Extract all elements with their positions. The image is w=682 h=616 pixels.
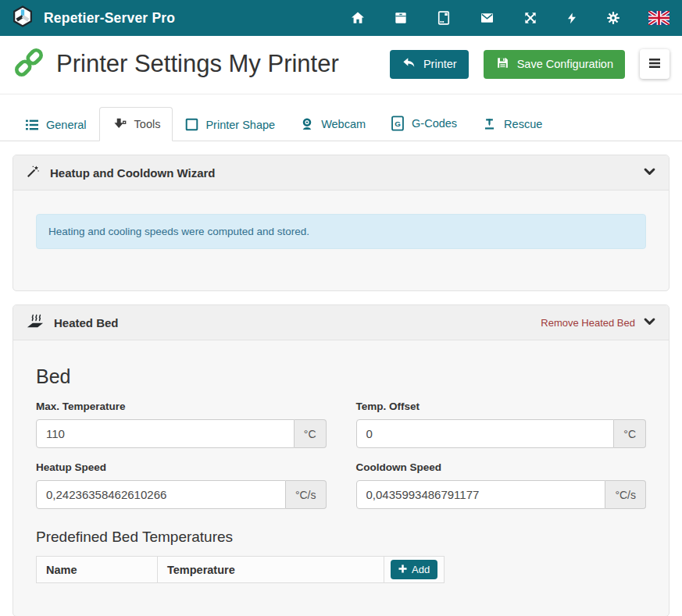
tab-tools[interactable]: Tools (99, 107, 173, 141)
bed-section-heading: Bed (36, 365, 646, 388)
temp-offset-unit: °C (614, 419, 646, 448)
table-header-row: Name Temperature Add (36, 556, 445, 583)
back-arrow-icon (402, 55, 416, 73)
temp-offset-input[interactable] (356, 419, 615, 448)
settings-tabs: General Tools Printer Shape (0, 94, 682, 141)
tab-general-label: General (46, 119, 87, 131)
save-configuration-button[interactable]: Save Configuration (484, 50, 625, 79)
archive-box-icon[interactable] (393, 10, 409, 26)
save-button-label: Save Configuration (517, 58, 613, 70)
tab-webcam-label: Webcam (321, 118, 366, 130)
max-temperature-unit: °C (295, 419, 327, 448)
tab-rescue[interactable]: Rescue (470, 107, 555, 141)
extruder-icon (112, 117, 127, 131)
gcode-file-icon: G (391, 116, 405, 131)
bed-form: Max. Temperature °C Temp. Offset °C Heat… (36, 401, 646, 509)
floppy-disk-icon (495, 55, 510, 73)
wizard-panel-header[interactable]: Heatup and Cooldown Wizard (13, 155, 669, 190)
temp-offset-field: Temp. Offset °C (356, 401, 647, 448)
lightning-icon[interactable] (566, 10, 578, 27)
max-temperature-field: Max. Temperature °C (36, 401, 327, 448)
column-header-name: Name (36, 556, 157, 583)
heated-bed-panel-header[interactable]: Heated Bed Remove Heated Bed (13, 305, 669, 340)
repetier-logo-icon (11, 5, 34, 31)
column-header-temperature: Temperature (157, 556, 384, 583)
wizard-panel-body: Heating and cooling speeds were computed… (13, 190, 669, 290)
page-header: Printer Settings My Printer Printer (0, 36, 682, 94)
printer-button[interactable]: Printer (390, 50, 469, 79)
webcam-icon (300, 116, 314, 131)
tab-gcodes-label: G-Codes (412, 117, 457, 130)
plus-icon (398, 564, 407, 575)
svg-text:G: G (395, 119, 401, 128)
tab-gcodes[interactable]: G G-Codes (378, 105, 470, 141)
magic-wand-icon (26, 164, 41, 182)
heated-bed-panel: Heated Bed Remove Heated Bed Bed Max. Te… (12, 304, 670, 616)
heatup-cooldown-wizard-panel: Heatup and Cooldown Wizard Heating and c… (12, 155, 670, 291)
tab-webcam[interactable]: Webcam (287, 106, 378, 141)
temp-offset-label: Temp. Offset (356, 401, 647, 412)
predefined-bed-temperatures-heading: Predefined Bed Temperatures (36, 529, 646, 546)
tab-rescue-label: Rescue (504, 118, 542, 130)
predefined-bed-temperatures-table: Name Temperature Add (36, 556, 445, 583)
language-flag-icon[interactable] (648, 11, 670, 25)
home-icon[interactable] (350, 10, 366, 26)
brand-title: Repetier-Server Pro (44, 10, 175, 27)
header-buttons: Printer Save Configuration (390, 49, 670, 79)
navbar-icons (350, 10, 670, 27)
remove-heated-bed-link[interactable]: Remove Heated Bed (541, 317, 635, 329)
heated-bed-panel-title: Heated Bed (54, 316, 119, 329)
menu-button[interactable] (640, 49, 670, 79)
tab-printer-shape-label: Printer Shape (205, 119, 275, 131)
list-icon (25, 119, 39, 131)
hamburger-icon (648, 57, 662, 72)
cooldown-speed-label: Cooldown Speed (356, 461, 647, 473)
wizard-status-alert: Heating and cooling speeds were computed… (36, 214, 646, 249)
gear-icon[interactable] (605, 10, 621, 26)
tab-general[interactable]: General (12, 109, 99, 141)
tablet-icon[interactable] (436, 10, 452, 26)
heatup-speed-unit: °C/s (286, 480, 327, 509)
add-temperature-button[interactable]: Add (391, 560, 437, 579)
expand-arrows-icon[interactable] (523, 10, 538, 26)
cooldown-speed-field: Cooldown Speed °C/s (356, 461, 647, 509)
chain-link-icon (12, 46, 45, 82)
heatup-speed-field: Heatup Speed °C/s (36, 461, 327, 509)
heatup-speed-label: Heatup Speed (36, 461, 327, 473)
wizard-panel-title: Heatup and Cooldown Wizard (50, 166, 216, 180)
tab-printer-shape[interactable]: Printer Shape (173, 108, 287, 141)
tab-tools-label: Tools (134, 118, 161, 130)
cooldown-speed-unit: °C/s (605, 480, 646, 509)
heated-bed-panel-body: Bed Max. Temperature °C Temp. Offset °C (13, 340, 669, 616)
add-button-label: Add (412, 564, 430, 575)
brand[interactable]: Repetier-Server Pro (11, 5, 175, 31)
rescue-nozzle-icon (482, 117, 497, 131)
top-navbar: Repetier-Server Pro (0, 0, 682, 36)
chevron-down-icon[interactable] (643, 315, 656, 330)
column-header-action: Add (384, 556, 445, 583)
printer-settings-page: Repetier-Server Pro (0, 0, 682, 616)
heatup-speed-input[interactable] (36, 480, 286, 509)
mail-icon[interactable] (479, 10, 495, 26)
max-temperature-label: Max. Temperature (36, 401, 327, 412)
square-outline-icon (185, 118, 198, 131)
page-title: Printer Settings My Printer (56, 50, 339, 78)
chevron-down-icon[interactable] (643, 166, 656, 180)
max-temperature-input[interactable] (36, 419, 295, 448)
printer-button-label: Printer (423, 58, 457, 70)
heated-bed-icon (26, 312, 45, 333)
cooldown-speed-input[interactable] (356, 480, 606, 509)
